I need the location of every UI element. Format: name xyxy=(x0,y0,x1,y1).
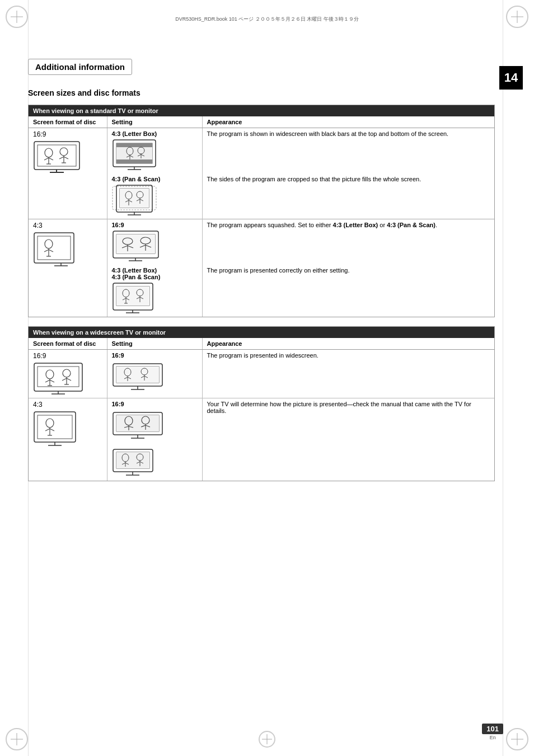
svg-line-88 xyxy=(50,380,54,382)
wide-setting-43-bottom xyxy=(107,444,202,481)
svg-point-114 xyxy=(46,419,54,428)
svg-line-49 xyxy=(44,250,49,252)
std-appearance-panscan: The sides of the program are cropped so … xyxy=(202,173,494,219)
std-appearance-43-169: The program appears squashed. Set to eit… xyxy=(202,219,494,265)
svg-line-93 xyxy=(62,378,67,381)
wide-disc-num-43: 4:3 xyxy=(33,401,102,408)
widescreen-header-row: When viewing on a widescreen TV or monit… xyxy=(29,327,494,338)
std-setting-43-both: 4:3 (Letter Box)4:3 (Pan & Scan) xyxy=(107,265,202,317)
tv-squashed-illustration xyxy=(112,230,160,262)
bold-panscan: 4:3 (Pan & Scan) xyxy=(387,222,435,228)
svg-rect-20 xyxy=(116,147,152,159)
tv-43-wide-bottom xyxy=(112,446,154,478)
svg-rect-112 xyxy=(34,412,76,442)
svg-line-117 xyxy=(50,429,54,431)
std-disc-43: 4:3 xyxy=(29,219,107,317)
corner-decoration-br xyxy=(506,728,528,750)
svg-rect-18 xyxy=(116,143,152,147)
standard-tv-table-wrapper: When viewing on a standard TV or monitor… xyxy=(28,105,495,317)
wide-setting-43-top: 16:9 xyxy=(107,398,202,444)
svg-rect-84 xyxy=(38,367,79,387)
svg-rect-70 xyxy=(116,287,149,306)
svg-rect-0 xyxy=(34,142,79,170)
svg-rect-34 xyxy=(120,189,149,208)
std-setting-letterbox: 4:3 (Letter Box) xyxy=(107,128,202,174)
standard-tv-table: When viewing on a standard TV or monitor… xyxy=(29,105,494,317)
widescreen-col-header-row: Screen format of disc Setting Appearance xyxy=(29,338,494,350)
wide-appearance-43-top: Your TV will determine how the picture i… xyxy=(202,398,494,444)
svg-line-10 xyxy=(59,157,64,159)
svg-point-8 xyxy=(60,148,68,156)
svg-point-2 xyxy=(45,148,53,157)
svg-rect-57 xyxy=(116,234,155,253)
wide-appearance-169: The program is presented in widescreen. xyxy=(202,350,494,398)
svg-line-11 xyxy=(64,157,68,159)
widescreen-tv-table-wrapper: When viewing on a widescreen TV or monit… xyxy=(28,326,495,481)
col-setting-label-wide: Setting xyxy=(107,338,202,350)
std-setting-43-169: 16:9 xyxy=(107,219,202,265)
section-title: Additional information xyxy=(28,59,132,75)
col-appearance-label-std: Appearance xyxy=(202,116,494,128)
widescreen-header-label: When viewing on a widescreen TV or monit… xyxy=(29,327,494,338)
tv-illustration-169-std xyxy=(33,140,81,174)
wide-row-43: 4:3 xyxy=(29,398,494,444)
svg-rect-124 xyxy=(116,415,159,431)
svg-rect-46 xyxy=(38,236,71,260)
tv-43-disc-wide xyxy=(33,411,77,447)
std-disc-num-169: 16:9 xyxy=(33,130,102,138)
tv-panscan-illustration xyxy=(112,184,157,217)
widescreen-tv-table: When viewing on a widescreen TV or monit… xyxy=(29,327,494,481)
std-row-169-letterbox: 16:9 xyxy=(29,128,494,174)
svg-line-5 xyxy=(49,158,53,160)
corner-decoration-tl xyxy=(6,6,28,28)
col-disc-label-std: Screen format of disc xyxy=(29,116,107,128)
wide-setting-169-label: 16:9 xyxy=(112,352,198,359)
std-row-43-169: 4:3 xyxy=(29,219,494,265)
std-disc-169: 16:9 xyxy=(29,128,107,219)
wide-setting-169: 16:9 xyxy=(107,350,202,398)
svg-point-85 xyxy=(46,370,54,379)
wide-appearance-43-bottom xyxy=(202,444,494,481)
standard-header-row: When viewing on a standard TV or monitor xyxy=(29,105,494,116)
svg-rect-101 xyxy=(116,367,159,383)
page-number-area: 101 En xyxy=(482,724,503,740)
wide-setting-43-top-label: 16:9 xyxy=(112,401,198,407)
chapter-badge: 14 xyxy=(499,66,523,90)
std-appearance-43-both: The program is presented correctly on ei… xyxy=(202,265,494,317)
std-setting-43-169-label: 16:9 xyxy=(112,222,198,228)
tv-43-disc-illustration xyxy=(33,232,75,268)
crosshair-circle-bottom xyxy=(259,731,275,748)
svg-line-87 xyxy=(45,380,50,382)
svg-line-50 xyxy=(49,250,53,252)
svg-rect-137 xyxy=(116,452,149,468)
std-setting-43-both-label: 4:3 (Letter Box)4:3 (Pan & Scan) xyxy=(112,267,198,280)
wide-disc-169: 16:9 xyxy=(29,350,107,398)
page-number-box: 101 xyxy=(482,724,503,734)
svg-point-91 xyxy=(63,369,71,377)
tv-wide-169-disc xyxy=(33,362,83,396)
col-setting-label-std: Setting xyxy=(107,116,202,128)
std-disc-num-43: 4:3 xyxy=(33,222,102,229)
filepath-bar: DVR530HS_RDR.book 101 ページ ２００５年５月２６日 木曜日… xyxy=(34,16,500,23)
svg-line-4 xyxy=(44,158,49,160)
tv-letterbox-illustration xyxy=(112,139,157,171)
page-lang: En xyxy=(482,735,503,740)
corner-decoration-bl xyxy=(6,728,28,750)
tv-correct-illustration xyxy=(112,282,154,314)
standard-col-header-row: Screen format of disc Setting Appearance xyxy=(29,116,494,128)
right-margin-line xyxy=(503,0,503,756)
wide-disc-43: 4:3 xyxy=(29,398,107,481)
col-appearance-label-wide: Appearance xyxy=(202,338,494,350)
svg-line-94 xyxy=(67,378,71,381)
wide-row-169: 16:9 xyxy=(29,350,494,398)
col-disc-label-wide: Screen format of disc xyxy=(29,338,107,350)
tv-43-wide-top xyxy=(112,409,163,442)
bold-letterbox: 4:3 (Letter Box) xyxy=(333,222,378,228)
std-setting-panscan-label: 4:3 (Pan & Scan) xyxy=(112,176,198,182)
bottom-center-decoration xyxy=(259,731,275,748)
std-setting-panscan: 4:3 (Pan & Scan) xyxy=(107,173,202,219)
svg-rect-113 xyxy=(38,415,72,439)
tv-wide-output-169 xyxy=(112,360,163,393)
svg-rect-1 xyxy=(38,145,76,166)
page-wrapper: DVR530HS_RDR.book 101 ページ ２００５年５月２６日 木曜日… xyxy=(0,0,534,756)
